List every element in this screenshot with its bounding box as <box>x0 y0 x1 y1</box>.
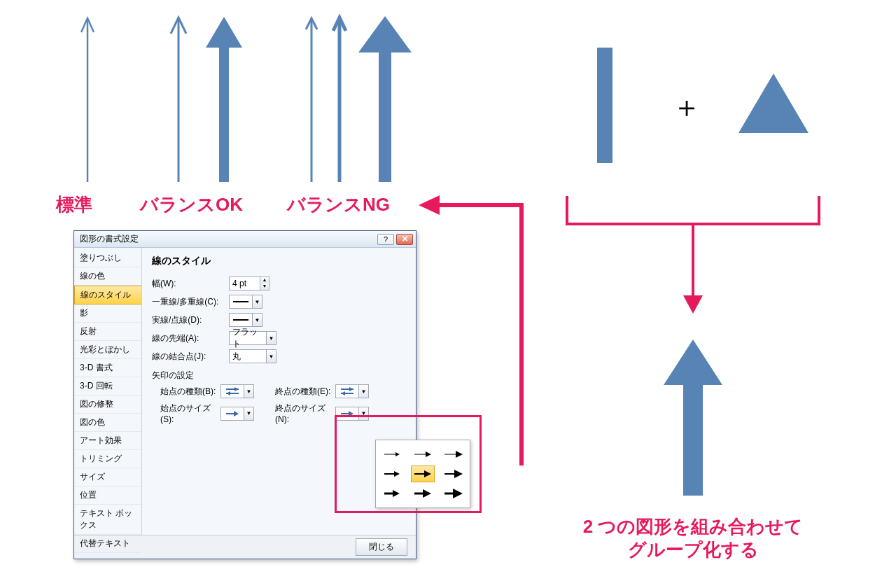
begin-type-label: 始点の種類(B): <box>152 386 220 398</box>
compound-combo[interactable]: ▼ <box>229 295 262 309</box>
sidebar-item-artistic[interactable]: アート効果 <box>74 432 141 450</box>
sidebar-item-crop[interactable]: トリミング <box>74 450 141 468</box>
arrow-standard <box>77 14 98 182</box>
end-size-label: 終点のサイズ(N): <box>267 402 335 424</box>
titlebar[interactable]: 図形の書式設定 ? ✕ <box>74 231 416 248</box>
svg-marker-31 <box>426 451 431 457</box>
size-cell-1-1[interactable] <box>411 465 435 482</box>
callout-arrow-icon <box>406 192 539 472</box>
svg-marker-3 <box>206 17 242 48</box>
arrow-ok-thick <box>203 14 245 182</box>
compound-icon <box>230 295 252 308</box>
bracket-icon <box>560 196 826 336</box>
width-value: 4 pt <box>229 276 260 290</box>
compound-label: 一重線/多重線(C): <box>152 296 229 308</box>
svg-marker-17 <box>234 387 239 391</box>
chevron-down-icon: ▼ <box>252 295 262 308</box>
panel-title: 線のスタイル <box>152 255 406 267</box>
label-standard: 標準 <box>56 192 92 217</box>
svg-marker-45 <box>453 489 463 498</box>
end-type-combo[interactable]: ▼ <box>335 384 369 398</box>
svg-marker-41 <box>393 490 400 497</box>
svg-marker-25 <box>341 391 345 396</box>
sidebar-item-picture-color[interactable]: 図の色 <box>74 414 141 432</box>
width-spinner[interactable]: 4 pt ▲▼ <box>229 276 270 290</box>
sidebar-item-position[interactable]: 位置 <box>74 486 141 505</box>
size-cell-2-1[interactable] <box>411 485 435 502</box>
svg-marker-23 <box>349 387 354 391</box>
size-cell-0-2[interactable] <box>442 446 465 463</box>
end-size-icon <box>336 407 358 420</box>
sidebar-item-3d-format[interactable]: 3-D 書式 <box>74 359 141 377</box>
arrow-section-label: 矢印の設定 <box>152 370 406 382</box>
spinner-down-icon[interactable]: ▼ <box>260 284 269 290</box>
svg-rect-12 <box>683 384 703 496</box>
dialog-sidebar: 塗りつぶし 線の色 線のスタイル 影 反射 光彩とぼかし 3-D 書式 3-D … <box>74 248 142 535</box>
join-value: 丸 <box>230 350 266 363</box>
size-cell-0-1[interactable] <box>411 446 435 463</box>
svg-marker-33 <box>456 451 463 458</box>
sidebar-item-line-style[interactable]: 線のスタイル <box>74 286 141 304</box>
svg-marker-11 <box>664 340 722 385</box>
svg-marker-13 <box>419 195 440 215</box>
plus-icon: ＋ <box>672 88 701 127</box>
label-balance-ok: バランスOK <box>140 192 243 217</box>
chevron-down-icon: ▼ <box>252 314 262 326</box>
svg-marker-8 <box>738 74 808 133</box>
begin-type-icon <box>221 385 244 398</box>
size-cell-0-0[interactable] <box>380 446 404 463</box>
end-size-combo[interactable]: ▼ <box>335 407 369 421</box>
dialog-body: 塗りつぶし 線の色 線のスタイル 影 反射 光彩とぼかし 3-D 書式 3-D … <box>74 248 416 535</box>
sidebar-item-line-color[interactable]: 線の色 <box>74 267 141 286</box>
spinner-up-icon[interactable]: ▲ <box>260 277 269 284</box>
sidebar-item-fill[interactable]: 塗りつぶし <box>74 249 141 267</box>
dash-combo[interactable]: ▼ <box>229 313 262 327</box>
cap-select[interactable]: フラット ▼ <box>229 331 276 345</box>
svg-marker-35 <box>394 471 400 477</box>
label-combine-1: 2 つの図形を組み合わせて <box>553 514 833 539</box>
arrow-ng-mid <box>329 14 350 182</box>
format-shape-dialog: 図形の書式設定 ? ✕ 塗りつぶし 線の色 線のスタイル 影 反射 光彩とぼかし… <box>74 230 416 559</box>
begin-size-combo[interactable]: ▼ <box>220 407 254 421</box>
sidebar-item-reflection[interactable]: 反射 <box>74 323 141 341</box>
label-balance-ng: バランスNG <box>287 192 390 217</box>
dash-label: 実線/点線(D): <box>152 314 229 326</box>
dialog-title: 図形の書式設定 <box>77 233 375 245</box>
cap-value: フラット <box>230 332 266 344</box>
svg-marker-27 <box>349 411 354 416</box>
sidebar-item-size[interactable]: サイズ <box>74 468 141 486</box>
svg-marker-39 <box>454 470 463 478</box>
sidebar-item-glow[interactable]: 光彩とぼかし <box>74 341 141 359</box>
sidebar-item-3d-rotation[interactable]: 3-D 回転 <box>74 377 141 396</box>
shape-rectangle <box>597 48 612 163</box>
size-cell-2-0[interactable] <box>380 485 404 502</box>
sidebar-item-shadow[interactable]: 影 <box>74 304 141 323</box>
end-size-popup[interactable] <box>375 440 470 508</box>
close-button[interactable]: ✕ <box>396 234 413 245</box>
chevron-down-icon: ▼ <box>266 350 276 363</box>
join-select[interactable]: 丸 ▼ <box>229 349 276 363</box>
sidebar-item-textbox[interactable]: テキスト ボックス <box>74 505 141 535</box>
svg-marker-10 <box>683 295 703 314</box>
diagram-canvas: 標準 バランスOK バランスNG ＋ 2 つの図形を組み合わせて グループ化する… <box>0 0 882 588</box>
cap-label: 線の先端(A): <box>152 332 229 344</box>
arrow-combined <box>658 336 728 497</box>
shape-triangle <box>735 70 812 140</box>
svg-marker-21 <box>234 411 239 416</box>
chevron-down-icon: ▼ <box>244 407 253 420</box>
begin-size-label: 始点のサイズ(S): <box>152 402 220 424</box>
size-cell-2-2[interactable] <box>442 485 465 502</box>
dialog-close-button[interactable]: 閉じる <box>356 538 407 556</box>
width-label: 幅(W): <box>152 278 229 290</box>
svg-marker-43 <box>423 489 431 498</box>
sidebar-item-alt-text[interactable]: 代替テキスト <box>74 535 141 553</box>
label-combine-2: グループ化する <box>553 538 833 562</box>
sidebar-item-picture-corrections[interactable]: 図の修整 <box>74 396 141 414</box>
size-cell-1-0[interactable] <box>380 465 404 482</box>
chevron-down-icon: ▼ <box>358 385 368 398</box>
arrow-ng-thick <box>357 14 413 182</box>
help-button[interactable]: ? <box>377 234 394 245</box>
begin-type-combo[interactable]: ▼ <box>220 384 254 398</box>
size-cell-1-2[interactable] <box>442 465 465 482</box>
join-label: 線の結合点(J): <box>152 351 229 363</box>
